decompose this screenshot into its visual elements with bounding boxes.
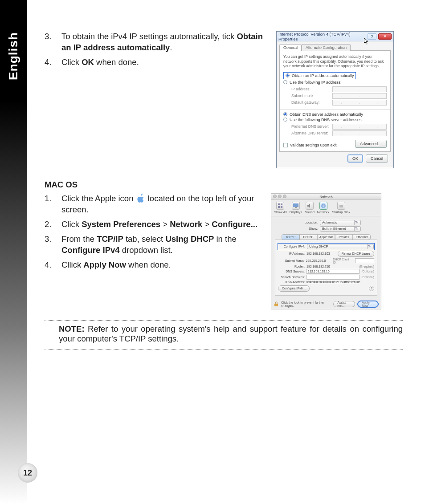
language-side-tab: English [0, 0, 27, 504]
advanced-button[interactable]: Advanced… [355, 140, 387, 148]
mac-s3-b2: Using DHCP [165, 234, 214, 244]
cfg-ipv4-label: Configure IPv4: [278, 245, 305, 248]
dns-input[interactable]: 192.168.128.10 [306, 269, 360, 274]
win-body: General Alternate Configuration You can … [277, 41, 393, 168]
search-domains-input[interactable] [306, 275, 360, 280]
radio-auto-ip[interactable] [286, 73, 290, 77]
chevron-updown-icon: ⇅ [354, 220, 359, 225]
language-label: English [6, 32, 20, 80]
row-use-ip[interactable]: Use the following IP address: [283, 80, 387, 85]
tb-startup-label: Startup Disk [332, 210, 350, 214]
mac-s2-a: Click [61, 219, 82, 229]
mac-s3-d: dropdown list. [120, 245, 173, 255]
location-value: Automatic [322, 220, 337, 224]
mac-tab-ethernet[interactable]: Ethernet [353, 234, 371, 240]
subnet-value: 255.255.255.0 [306, 259, 326, 262]
assist-me-button[interactable]: Assist me… [333, 301, 355, 307]
mac-footer: Click the lock to prevent further change… [271, 299, 381, 309]
note-separator-bottom [45, 349, 403, 350]
dns-label: DNS Servers: [278, 270, 305, 273]
tb-sound[interactable]: Sound [305, 202, 315, 214]
mac-tab-proxies[interactable]: Proxies [335, 234, 353, 240]
help-icon[interactable]: ? [369, 286, 374, 291]
win-footer: OK Cancel [279, 152, 391, 165]
ip-value: 192.168.182.103 [306, 252, 330, 255]
input-dns1[interactable]: ... [332, 124, 387, 130]
tab-alternate[interactable]: Alternate Configuration [302, 44, 351, 51]
mac-tab-tcpip[interactable]: TCP/IP [282, 234, 299, 240]
ip-label: IP Address: [278, 252, 305, 255]
lock-icon[interactable] [274, 301, 278, 307]
tb-startup[interactable]: Startup Disk [332, 202, 350, 214]
mac-s4-b: Apply Now [83, 260, 126, 269]
mac-step-1: Click the Apple icon located on the top … [45, 193, 263, 215]
radio-use-ip[interactable] [283, 80, 287, 84]
step4-text-b: when done. [94, 57, 139, 67]
mac-step-4: Cllick Apply Now when done. [45, 260, 263, 271]
input-ip[interactable]: ... [332, 86, 387, 92]
grid-icon [276, 202, 284, 210]
tb-displays[interactable]: Displays [290, 202, 302, 214]
svg-rect-7 [339, 205, 343, 207]
location-label: Location: [291, 220, 318, 224]
cancel-button[interactable]: Cancel [366, 154, 388, 163]
close-button[interactable]: ✕ [378, 33, 392, 40]
row-validate[interactable]: Validate settings upon exit [283, 143, 336, 147]
cfg-ipv4-select[interactable]: Using DHCP⇅ [307, 244, 374, 249]
input-gateway[interactable]: ... [332, 100, 387, 106]
mac-step-2: Click System Preferences > Network > Con… [45, 219, 263, 230]
cfg-ipv4-value: Using DHCP [309, 244, 328, 248]
apple-icon [137, 194, 145, 203]
step4-text-a: Click [61, 57, 82, 67]
windows-section: To obtain the iPv4 IP settings automatic… [45, 31, 403, 168]
search-domains-label: Search Domains: [278, 276, 305, 279]
sound-icon [306, 202, 314, 210]
tb-displays-label: Displays [290, 210, 302, 214]
show-select[interactable]: Built-in Ethernet⇅ [320, 226, 361, 232]
mac-s3-b1: TCP/IP [97, 234, 123, 244]
ok-button[interactable]: OK [347, 154, 363, 163]
page-number: 12 [18, 463, 37, 483]
macos-section: Click the Apple icon located on the top … [45, 193, 403, 309]
tab-general[interactable]: General [279, 44, 302, 51]
configure-ipv6-button[interactable]: Configure IPv6… [278, 285, 310, 292]
ipv6-label: IPv6 Address: [278, 280, 305, 284]
location-select[interactable]: Automatic⇅ [320, 220, 361, 225]
svg-rect-5 [295, 207, 297, 208]
ip-fields: IP address:... Subnet mask:... Default g… [291, 86, 387, 106]
radio-use-dns[interactable] [283, 118, 287, 122]
win-title-text: Internet Protocol Version 4 (TCP/IPv4) P… [278, 32, 366, 41]
mac-s3-b: tab, select [123, 234, 166, 244]
ipv6-value: fe80:0000:0000:0000:0211:24ff:fe32:b18e [306, 280, 360, 284]
router-value: 192.168.182.250 [306, 265, 330, 268]
label-validate: Validate settings upon exit [290, 143, 336, 147]
step-4: Click OK when done. [45, 57, 263, 68]
checkbox-validate[interactable] [283, 143, 288, 147]
tb-showall-label: Show All [274, 210, 287, 214]
tb-showall[interactable]: Show All [274, 202, 287, 214]
mac-s3-a: From the [61, 234, 97, 244]
startup-icon [337, 202, 345, 210]
label-auto-dns: Obtain DNS server address automatically [290, 112, 363, 117]
client-id-input[interactable] [355, 258, 374, 263]
svg-rect-1 [281, 203, 282, 205]
svg-rect-8 [274, 304, 278, 306]
tb-network[interactable]: Network [317, 202, 330, 214]
mac-tab-appletalk[interactable]: AppleTalk [317, 234, 335, 240]
mac-tab-pppoe[interactable]: PPPoE [299, 234, 317, 240]
input-dns2[interactable]: ... [332, 130, 387, 136]
note-text: Refer to your operating system's help an… [59, 324, 403, 343]
row-auto-dns[interactable]: Obtain DNS server address automatically [283, 112, 387, 117]
client-id-label: DHCP Client ID: [333, 258, 353, 264]
row-use-dns[interactable]: Use the following DNS server addresses: [283, 118, 387, 122]
search-optional: (Optional) [361, 276, 374, 279]
chevron-updown-icon: ⇅ [367, 244, 372, 249]
svg-rect-0 [278, 203, 280, 205]
subnet-label: Subnet Mask: [278, 259, 304, 262]
radio-auto-dns[interactable] [283, 112, 287, 116]
label-auto-ip: Obtain an IP address automatically [292, 73, 354, 78]
apply-now-button[interactable]: Apply Now [358, 301, 378, 307]
input-subnet[interactable]: ... [332, 93, 387, 99]
tb-sound-label: Sound [305, 210, 315, 214]
renew-lease-button[interactable]: Renew DHCP Lease [338, 251, 374, 257]
